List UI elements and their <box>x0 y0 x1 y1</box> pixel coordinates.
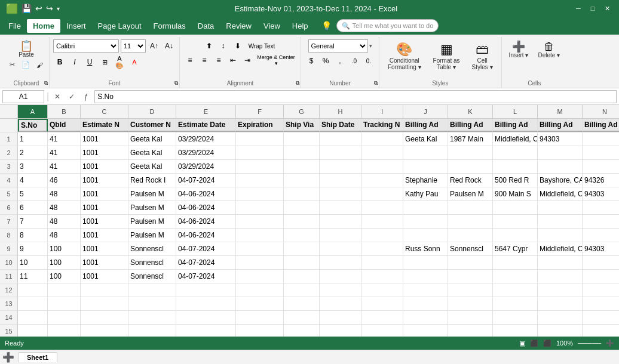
list-item[interactable]: 04-07-2024 <box>176 174 236 187</box>
list-item[interactable] <box>236 297 284 310</box>
list-item[interactable] <box>361 215 403 228</box>
number-expand-icon[interactable]: ⧉ <box>374 80 378 87</box>
list-item[interactable] <box>284 132 320 146</box>
list-item[interactable] <box>493 215 538 228</box>
list-item[interactable] <box>320 270 361 283</box>
list-item[interactable] <box>236 270 284 283</box>
list-item[interactable] <box>361 132 403 146</box>
header-cell-f[interactable]: Expiration <box>236 119 284 132</box>
list-item[interactable] <box>448 215 493 228</box>
list-item[interactable] <box>236 174 284 187</box>
list-item[interactable] <box>236 283 284 297</box>
list-item[interactable]: 41 <box>48 146 81 159</box>
paste-button[interactable]: 📋 Paste <box>14 39 39 59</box>
list-item[interactable] <box>81 297 128 310</box>
list-item[interactable] <box>361 297 403 310</box>
list-item[interactable] <box>403 160 448 173</box>
list-item[interactable] <box>284 187 320 200</box>
list-item[interactable] <box>236 215 284 228</box>
list-item[interactable] <box>320 242 361 255</box>
list-item[interactable]: Paulsen M <box>128 215 176 228</box>
list-item[interactable] <box>493 325 538 338</box>
col-header-l[interactable]: L <box>493 105 538 118</box>
list-item[interactable] <box>361 146 403 159</box>
undo-icon[interactable]: ↩ <box>35 4 42 13</box>
cell-styles-button[interactable]: 🗃 CellStyles ▾ <box>467 39 498 73</box>
list-item[interactable] <box>448 297 493 310</box>
increase-decimal-button[interactable]: .0 <box>348 54 361 67</box>
decrease-font-button[interactable]: A↓ <box>163 39 176 53</box>
list-item[interactable] <box>320 256 361 269</box>
list-item[interactable] <box>583 283 619 297</box>
zoom-in-icon[interactable]: ➕ <box>606 340 614 347</box>
list-item[interactable] <box>320 283 361 297</box>
list-item[interactable] <box>361 325 403 338</box>
list-item[interactable] <box>18 283 48 297</box>
list-item[interactable] <box>320 187 361 200</box>
list-item[interactable] <box>236 187 284 200</box>
formula-input[interactable] <box>94 90 617 103</box>
list-item[interactable]: 03/29/2024 <box>176 160 236 173</box>
list-item[interactable]: Sonnenscl <box>128 256 176 269</box>
list-item[interactable] <box>583 146 619 159</box>
font-expand-icon[interactable]: ⧉ <box>174 80 178 87</box>
list-item[interactable]: 94326 <box>583 174 619 187</box>
list-item[interactable]: 1987 Main <box>448 132 493 146</box>
list-item[interactable]: Middlefield, CA <box>538 242 583 255</box>
italic-button[interactable]: I <box>68 55 81 69</box>
increase-indent-button[interactable]: ⇥ <box>241 54 254 67</box>
align-center-button[interactable]: ≡ <box>198 54 211 67</box>
col-header-b[interactable]: B <box>48 105 81 118</box>
list-item[interactable]: Paulsen M <box>128 201 176 214</box>
list-item[interactable] <box>448 311 493 324</box>
list-item[interactable]: Paulsen M <box>128 187 176 200</box>
list-item[interactable]: 46 <box>48 174 81 187</box>
list-item[interactable] <box>320 160 361 173</box>
col-header-a[interactable]: A <box>18 105 48 118</box>
format-as-table-button[interactable]: ▦ Format asTable ▾ <box>428 39 465 73</box>
list-item[interactable] <box>128 297 176 310</box>
list-item[interactable]: 8 <box>18 229 48 242</box>
list-item[interactable] <box>538 297 583 310</box>
list-item[interactable] <box>493 297 538 310</box>
header-cell-e[interactable]: Estimate Date <box>176 119 236 132</box>
menu-file[interactable]: File <box>2 19 27 33</box>
col-header-c[interactable]: C <box>81 105 128 118</box>
list-item[interactable] <box>403 215 448 228</box>
col-header-g[interactable]: G <box>284 105 320 118</box>
list-item[interactable] <box>403 311 448 324</box>
list-item[interactable] <box>361 174 403 187</box>
maximize-button[interactable]: □ <box>587 2 599 14</box>
header-cell-g[interactable]: Ship Via <box>284 119 320 132</box>
list-item[interactable]: 1001 <box>81 242 128 255</box>
list-item[interactable]: 5647 Cypr <box>493 242 538 255</box>
page-layout-view-icon[interactable]: ⬛ <box>530 340 538 347</box>
list-item[interactable] <box>320 229 361 242</box>
list-item[interactable]: 1001 <box>81 229 128 242</box>
list-item[interactable]: Geeta Kal <box>128 132 176 146</box>
list-item[interactable] <box>284 256 320 269</box>
close-button[interactable]: ✕ <box>601 2 613 14</box>
list-item[interactable]: Middlefield, CA <box>538 187 583 200</box>
list-item[interactable] <box>361 201 403 214</box>
list-item[interactable] <box>284 311 320 324</box>
list-item[interactable] <box>583 297 619 310</box>
list-item[interactable]: 100 <box>48 256 81 269</box>
confirm-formula-button[interactable]: ✓ <box>66 91 78 103</box>
list-item[interactable] <box>236 229 284 242</box>
list-item[interactable] <box>81 325 128 338</box>
conditional-formatting-button[interactable]: 🎨 ConditionalFormatting ▾ <box>383 39 426 73</box>
list-item[interactable] <box>128 325 176 338</box>
percent-button[interactable]: % <box>319 54 332 67</box>
list-item[interactable] <box>361 256 403 269</box>
list-item[interactable] <box>81 283 128 297</box>
list-item[interactable] <box>583 256 619 269</box>
bold-button[interactable]: B <box>53 55 66 69</box>
list-item[interactable] <box>284 215 320 228</box>
cut-button[interactable]: ✂ <box>7 60 17 70</box>
list-item[interactable] <box>403 283 448 297</box>
list-item[interactable]: 48 <box>48 187 81 200</box>
number-format-select[interactable]: General <box>308 39 368 53</box>
currency-button[interactable]: $ <box>305 54 318 67</box>
list-item[interactable] <box>538 311 583 324</box>
